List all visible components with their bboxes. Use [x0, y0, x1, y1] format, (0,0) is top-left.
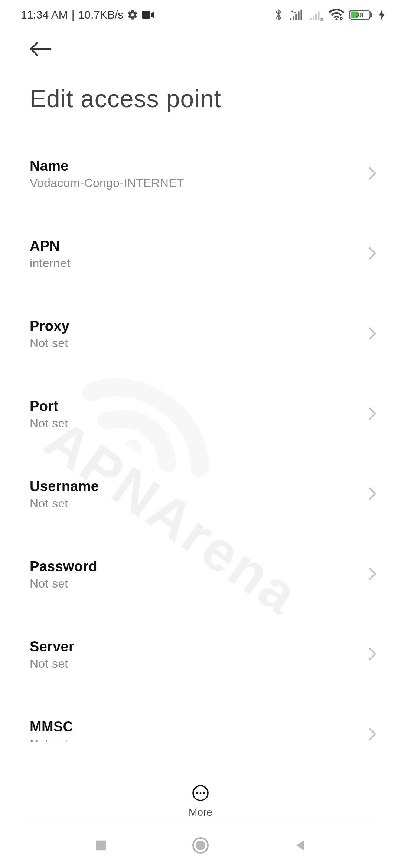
apn-item-server[interactable]: Server Not set [0, 629, 401, 680]
svg-rect-0 [142, 11, 150, 19]
svg-rect-6 [300, 10, 302, 20]
svg-rect-4 [295, 14, 297, 20]
svg-rect-7 [310, 18, 312, 20]
item-label: Password [30, 559, 371, 575]
apn-item-apn[interactable]: APN internet [0, 228, 401, 280]
back-button[interactable] [30, 40, 52, 59]
svg-point-20 [196, 792, 198, 794]
item-label: Name [30, 158, 371, 174]
item-value: Not set [30, 336, 371, 350]
svg-text:4G: 4G [291, 9, 297, 13]
signal-4g-icon: 4G [289, 8, 304, 22]
item-label: APN [30, 238, 371, 254]
svg-rect-23 [96, 841, 106, 851]
arrow-left-icon [30, 40, 52, 58]
settings-list: Name Vodacom-Congo-INTERNET APN internet… [0, 148, 401, 742]
status-bar: 11:34 AM | 10.7KB/s 4G 38 [0, 0, 401, 30]
svg-rect-14 [371, 13, 372, 17]
battery-icon: 38 [349, 9, 374, 21]
chevron-right-icon [368, 567, 376, 582]
chevron-right-icon [368, 727, 376, 742]
svg-rect-5 [298, 11, 299, 20]
chevron-right-icon [368, 647, 376, 662]
signal-nosim-icon [309, 8, 324, 22]
apn-item-name[interactable]: Name Vodacom-Congo-INTERNET [0, 148, 401, 200]
item-value: Not set [30, 737, 371, 742]
nav-home-button[interactable] [192, 836, 209, 856]
camera-icon [142, 10, 154, 19]
more-icon [192, 784, 209, 803]
apn-item-mmsc[interactable]: MMSC Not set [0, 709, 401, 742]
svg-point-11 [335, 18, 337, 20]
item-label: Proxy [30, 318, 371, 334]
bluetooth-icon [274, 8, 284, 22]
chevron-right-icon [368, 247, 376, 262]
svg-rect-9 [315, 14, 317, 20]
item-value: Not set [30, 417, 371, 430]
svg-point-25 [196, 841, 205, 850]
apn-item-proxy[interactable]: Proxy Not set [0, 309, 401, 360]
gear-icon [127, 9, 138, 20]
nav-recents-button[interactable] [94, 838, 108, 854]
nav-back-button[interactable] [293, 838, 307, 854]
status-sep: | [72, 9, 75, 21]
svg-rect-2 [290, 18, 291, 20]
item-value: Not set [30, 657, 371, 671]
chevron-right-icon [368, 487, 376, 502]
svg-rect-10 [318, 11, 319, 20]
chevron-right-icon [368, 167, 376, 181]
chevron-right-icon [368, 327, 376, 342]
status-net-speed: 10.7KB/s [78, 9, 124, 21]
svg-rect-3 [293, 16, 294, 20]
item-value: internet [30, 256, 371, 270]
item-label: MMSC [30, 719, 371, 735]
svg-rect-8 [313, 16, 314, 20]
item-label: Server [30, 639, 371, 655]
svg-point-22 [203, 792, 205, 794]
more-button[interactable]: More [0, 779, 401, 823]
item-value: Not set [30, 497, 371, 510]
apn-item-username[interactable]: Username Not set [0, 469, 401, 520]
system-nav-bar [0, 824, 401, 868]
page-title: Edit access point [30, 85, 221, 113]
more-label: More [189, 806, 212, 818]
item-value: Vodacom-Congo-INTERNET [30, 176, 371, 190]
svg-point-21 [199, 792, 201, 794]
apn-item-port[interactable]: Port Not set [0, 389, 401, 440]
item-value: Not set [30, 577, 371, 591]
chevron-right-icon [368, 407, 376, 422]
charging-icon [379, 9, 385, 20]
wifi-icon [329, 9, 344, 21]
item-label: Username [30, 479, 371, 494]
svg-text:38: 38 [356, 11, 363, 19]
item-label: Port [30, 398, 371, 414]
status-time: 11:34 AM [21, 9, 68, 21]
apn-item-password[interactable]: Password Not set [0, 549, 401, 600]
